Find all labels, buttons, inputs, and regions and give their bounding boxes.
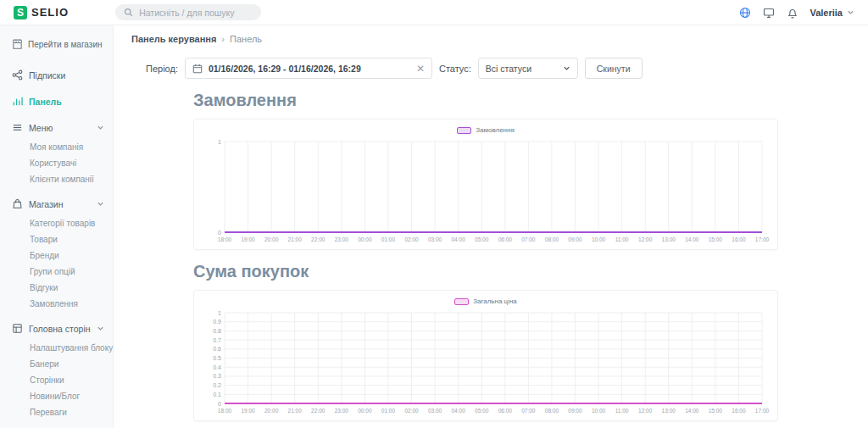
svg-text:0.6: 0.6 [213, 346, 221, 352]
sidebar-subitem[interactable]: Користувачі [0, 155, 113, 171]
svg-text:0: 0 [218, 401, 221, 407]
status-select[interactable]: Всі статуси [478, 58, 578, 79]
orders-section: Замовлення Замовлення 0118:0019:0020:002… [193, 91, 778, 250]
sidebar-item-2[interactable]: Меню [0, 116, 113, 139]
legend-swatch [457, 127, 471, 134]
svg-text:08:00: 08:00 [545, 408, 559, 414]
purchase-sum-section-title: Сума покупок [193, 262, 778, 281]
period-range-input[interactable]: ✕ [185, 58, 432, 79]
breadcrumb-current: Панель [230, 34, 262, 44]
svg-text:0.1: 0.1 [213, 392, 221, 397]
sidebar-subitem[interactable]: Банери [0, 356, 113, 372]
sidebar-item-4[interactable]: Головна сторінка [0, 317, 113, 340]
sidebar-subitem[interactable]: Товари [0, 231, 113, 247]
logo-text: SELIO [31, 6, 69, 19]
dashboard-icon [12, 96, 23, 107]
purchase-sum-chart: 00.10.20.30.40.50.60.70.80.9118:0019:002… [199, 308, 772, 417]
clear-date-icon[interactable]: ✕ [416, 64, 425, 74]
orders-section-title: Замовлення [193, 91, 778, 110]
sidebar-subitem[interactable]: Новини/Блог [0, 388, 113, 404]
chart-canvas: 00.10.20.30.40.50.60.70.80.9118:0019:002… [199, 308, 772, 417]
svg-text:02:00: 02:00 [404, 236, 419, 242]
sidebar-subitem[interactable]: Групи опцій [0, 264, 113, 280]
chevron-down-icon [847, 8, 854, 16]
sidebar-item-0[interactable]: Підписки [0, 64, 113, 86]
svg-text:02:00: 02:00 [404, 408, 419, 414]
svg-text:00:00: 00:00 [358, 236, 372, 242]
svg-text:01:00: 01:00 [381, 236, 396, 242]
subscriptions-icon [12, 69, 23, 81]
menu-icon [12, 122, 23, 133]
svg-text:0.2: 0.2 [213, 382, 221, 388]
svg-text:0.8: 0.8 [213, 328, 221, 334]
svg-text:13:00: 13:00 [662, 236, 676, 242]
logo[interactable]: S SELIO [14, 6, 115, 19]
svg-text:03:00: 03:00 [428, 408, 442, 414]
svg-text:17:00: 17:00 [755, 408, 770, 414]
sidebar-item-label: Магазин [29, 199, 91, 209]
status-label: Статус: [439, 64, 471, 74]
sidebar-item-3[interactable]: Магазин [0, 192, 113, 215]
chevron-down-icon [97, 325, 104, 332]
orders-chart-card: Замовлення 0118:0019:0020:0021:0022:0023… [193, 119, 778, 250]
sidebar-subitem[interactable]: Замовлення [0, 296, 113, 312]
sidebar-item-1[interactable]: Панель [0, 90, 113, 113]
svg-text:0.7: 0.7 [213, 337, 221, 343]
sidebar-subitem[interactable]: Налаштування блоку [0, 340, 113, 356]
svg-text:09:00: 09:00 [568, 236, 582, 242]
breadcrumb-dashboard[interactable]: Панель керування [131, 34, 216, 44]
monitor-icon[interactable] [762, 6, 775, 19]
svg-text:06:00: 06:00 [498, 408, 513, 414]
storefront-icon [12, 39, 23, 50]
go-to-store-link[interactable]: Перейти в магазин [0, 32, 113, 60]
svg-text:13:00: 13:00 [662, 408, 676, 414]
svg-text:07:00: 07:00 [521, 236, 536, 242]
period-value-input[interactable] [209, 64, 410, 74]
svg-text:07:00: 07:00 [521, 408, 536, 414]
sidebar-subitem[interactable]: Переваги [0, 404, 113, 420]
svg-text:15:00: 15:00 [709, 236, 723, 242]
orders-chart: 0118:0019:0020:0021:0022:0023:0000:0001:… [199, 137, 772, 246]
global-search[interactable] [115, 4, 261, 20]
svg-text:19:00: 19:00 [241, 236, 255, 242]
svg-text:0.4: 0.4 [213, 364, 221, 370]
svg-text:11:00: 11:00 [615, 408, 629, 414]
svg-text:20:00: 20:00 [264, 408, 279, 414]
user-menu[interactable]: Valeriia [810, 8, 854, 18]
svg-text:0.5: 0.5 [213, 355, 221, 361]
svg-text:08:00: 08:00 [545, 236, 559, 242]
bell-icon[interactable] [786, 6, 798, 19]
breadcrumb-separator: › [221, 34, 225, 44]
main-content: Панель керування › Панель Період: ✕ Стат… [114, 25, 868, 428]
topbar: S SELIO Valeriia [0, 0, 868, 25]
legend-swatch [454, 298, 469, 305]
sidebar-subitem[interactable]: Клієнти компанії [0, 171, 113, 187]
svg-text:1: 1 [218, 139, 221, 145]
sidebar-subitem[interactable]: Моя компанія [0, 139, 113, 155]
chart-canvas: 0118:0019:0020:0021:0022:0023:0000:0001:… [199, 137, 772, 246]
svg-text:14:00: 14:00 [685, 408, 699, 414]
sidebar-subitem[interactable]: Відгуки [0, 280, 113, 296]
svg-text:0.9: 0.9 [213, 319, 221, 325]
search-input[interactable] [139, 8, 253, 18]
svg-text:23:00: 23:00 [335, 236, 349, 242]
sidebar: Перейти в магазин ПідпискиПанельМенюМоя … [0, 25, 114, 428]
svg-text:17:00: 17:00 [755, 236, 770, 242]
svg-text:22:00: 22:00 [311, 236, 326, 242]
svg-text:18:00: 18:00 [218, 236, 232, 242]
sidebar-subitem[interactable]: Сторінки [0, 372, 113, 388]
orders-chart-legend: Замовлення [199, 126, 772, 134]
reset-button[interactable]: Скинути [585, 58, 643, 79]
svg-text:10:00: 10:00 [592, 408, 606, 414]
chevron-down-icon [97, 124, 104, 131]
svg-text:04:00: 04:00 [452, 408, 466, 414]
go-to-store-label: Перейти в магазин [28, 40, 103, 49]
svg-text:20:00: 20:00 [264, 236, 279, 242]
svg-text:04:00: 04:00 [452, 236, 466, 242]
sidebar-submenu: Категорії товарівТовариБрендиГрупи опцій… [0, 215, 113, 314]
svg-text:23:00: 23:00 [335, 408, 349, 414]
sidebar-subitem[interactable]: Бренди [0, 247, 113, 264]
language-globe-icon[interactable] [738, 6, 751, 19]
sidebar-item-label: Підписки [29, 70, 104, 81]
sidebar-subitem[interactable]: Категорії товарів [0, 215, 113, 231]
